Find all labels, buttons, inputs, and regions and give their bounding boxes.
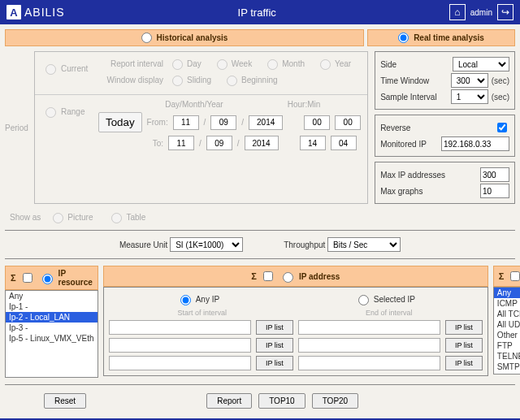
iplist-btn-1b[interactable]: IP list — [445, 320, 483, 335]
logout-icon[interactable]: ↪ — [497, 4, 514, 20]
realtime-radio[interactable] — [398, 32, 409, 43]
beginning-radio[interactable] — [227, 76, 237, 86]
tw-select[interactable]: 300 — [451, 73, 488, 88]
to-min[interactable] — [331, 136, 357, 150]
historical-radio[interactable] — [141, 32, 152, 43]
from-day[interactable] — [173, 115, 199, 130]
ip-end-2[interactable] — [298, 338, 440, 353]
week-radio[interactable] — [217, 59, 228, 70]
list-item[interactable]: SMTP — [494, 362, 520, 372]
ipres-label: IP resource — [58, 269, 93, 287]
range-label: Range — [61, 107, 84, 116]
list-item[interactable]: FTP — [494, 340, 520, 351]
maxg-input[interactable] — [480, 184, 509, 198]
home-icon[interactable]: ⌂ — [449, 4, 466, 20]
reverse-label: Reverse — [380, 123, 491, 132]
day-radio[interactable] — [172, 59, 183, 70]
dmy-header: Day/Month/Year — [147, 100, 241, 109]
selip-radio[interactable] — [358, 295, 369, 305]
side-panel: Side Local Time Window 300 (sec) Sample … — [375, 51, 515, 110]
sliding-radio[interactable] — [172, 76, 183, 86]
throughput-select[interactable]: Bits / Sec — [327, 237, 401, 252]
ip-end-1[interactable] — [298, 320, 440, 335]
top20-button[interactable]: TOP20 — [312, 393, 359, 409]
ip-end-3[interactable] — [298, 356, 440, 370]
ipres-radio[interactable] — [42, 274, 53, 284]
list-item[interactable]: All TCP — [494, 309, 520, 319]
sigma-icon: Σ — [251, 271, 257, 281]
to-day[interactable] — [168, 136, 194, 150]
limits-panel: Max IP addresses Max graphs — [375, 162, 515, 204]
maxip-input[interactable] — [480, 167, 509, 182]
iplist-btn-1a[interactable]: IP list — [256, 320, 293, 335]
from-month[interactable] — [210, 115, 236, 130]
list-item[interactable]: All UDP — [494, 319, 520, 330]
to-label: To: — [142, 139, 163, 148]
admin-label: admin — [470, 8, 492, 17]
list-item[interactable]: TELNET — [494, 351, 520, 362]
list-item[interactable]: Other IP protocol — [494, 330, 520, 340]
from-year[interactable] — [249, 115, 283, 130]
list-item[interactable]: Ip-1 - — [6, 301, 98, 312]
page-title: IP traffic — [65, 6, 449, 19]
current-radio[interactable] — [46, 64, 56, 75]
ipres-listbox[interactable]: AnyIp-1 -Ip-2 - Local_LANIp-3 -Ip-5 - Li… — [5, 290, 98, 378]
ip-start-3[interactable] — [109, 356, 251, 370]
reverse-checkbox[interactable] — [497, 123, 507, 132]
ip-start-2[interactable] — [109, 338, 251, 353]
proto-sigma-check[interactable] — [510, 271, 520, 281]
brand: ABILIS — [24, 6, 65, 19]
report-interval-label: Report interval — [98, 59, 163, 68]
list-item[interactable]: Ip-3 - — [6, 323, 98, 333]
iplist-btn-3a[interactable]: IP list — [256, 356, 293, 370]
historical-label: Historical analysis — [157, 33, 228, 42]
sigma-icon: Σ — [499, 271, 505, 281]
ip-start-1[interactable] — [109, 320, 251, 335]
picture-radio[interactable] — [53, 213, 63, 223]
report-button[interactable]: Report — [206, 393, 252, 409]
measure-label: Measure Unit — [119, 240, 167, 249]
list-item[interactable]: Ip-5 - Linux_VMX_VEth — [6, 333, 98, 344]
list-item[interactable]: Any — [6, 291, 98, 301]
year-radio[interactable] — [320, 59, 331, 70]
iplist-btn-2a[interactable]: IP list — [256, 338, 293, 353]
to-hour[interactable] — [300, 136, 326, 150]
maxg-label: Max graphs — [380, 187, 477, 196]
window-display-label: Window display — [98, 76, 163, 84]
list-item[interactable]: ICMP — [494, 298, 520, 309]
current-label: Current — [61, 64, 88, 73]
side-select[interactable]: Local — [453, 57, 509, 71]
si-select[interactable]: 1 — [451, 89, 488, 104]
ipres-sigma-check[interactable] — [23, 273, 32, 283]
from-hour[interactable] — [304, 115, 330, 130]
logo-icon: A — [6, 5, 21, 19]
ipaddr-label: IP address — [299, 272, 340, 281]
tw-label: Time Window — [380, 76, 448, 85]
proto-listbox[interactable]: AnyICMPAll TCPAll UDPOther IP protocolFT… — [493, 287, 520, 375]
iplist-btn-2b[interactable]: IP list — [445, 338, 483, 353]
list-item[interactable]: Ip-2 - Local_LAN — [6, 312, 98, 323]
to-year[interactable] — [245, 136, 279, 150]
ipaddr-sigma-check[interactable] — [263, 271, 273, 281]
today-button[interactable]: Today — [98, 112, 142, 132]
maxip-label: Max IP addresses — [380, 171, 477, 180]
to-month[interactable] — [206, 136, 232, 150]
throughput-label: Throughput — [284, 240, 325, 249]
start-interval-header: Start of interval — [109, 309, 296, 317]
month-radio[interactable] — [267, 59, 278, 70]
top10-button[interactable]: TOP10 — [258, 393, 306, 409]
showas-label: Show as — [10, 213, 41, 222]
list-item[interactable]: Any — [494, 288, 520, 298]
anyip-radio[interactable] — [180, 295, 191, 305]
table-radio[interactable] — [111, 213, 122, 223]
monip-input[interactable] — [441, 136, 509, 151]
range-radio[interactable] — [46, 107, 56, 118]
ipaddr-radio[interactable] — [283, 272, 293, 283]
from-min[interactable] — [335, 115, 361, 130]
measure-select[interactable]: SI (1K=1000) — [170, 237, 243, 252]
tw-unit: (sec) — [492, 76, 509, 85]
reset-button[interactable]: Reset — [44, 393, 86, 409]
monip-label: Monitored IP — [380, 140, 438, 149]
iplist-btn-3b[interactable]: IP list — [445, 356, 483, 370]
sigma-icon: Σ — [11, 273, 16, 283]
